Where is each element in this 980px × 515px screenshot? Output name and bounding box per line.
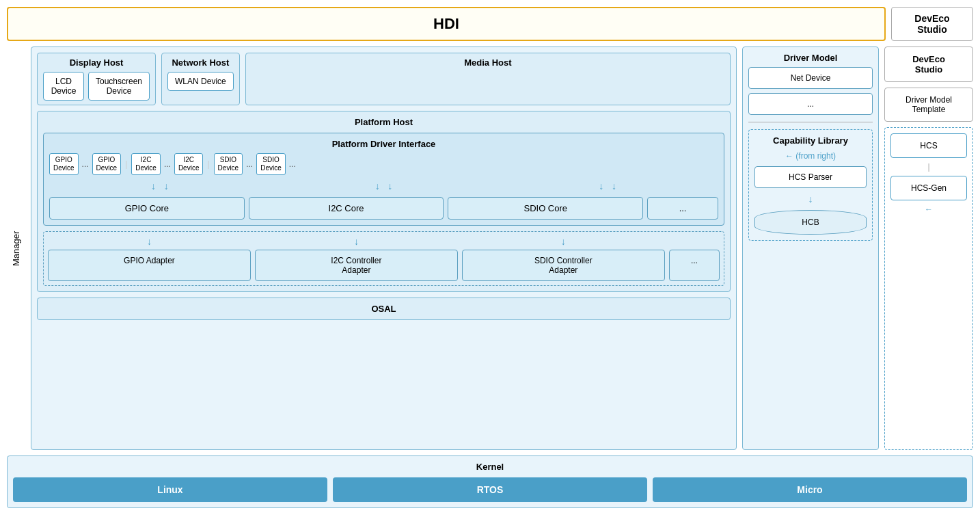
i2c-adapter-box: I2C Controller Adapter	[255, 250, 458, 281]
cap-incoming-arrow: ← (from right)	[754, 151, 867, 161]
driver-model-section: Driver Model Net Device ...	[748, 53, 873, 115]
core-row: GPIO Core I2C Core SDIO Core ...	[49, 197, 718, 220]
adapter-dots-col: ...	[669, 236, 720, 281]
net-device-box: Net Device	[748, 67, 873, 89]
gpio-core-box: GPIO Core	[49, 197, 245, 220]
driver-model-template-box: Driver ModelTemplate	[884, 88, 973, 122]
sdio-device-1: SDIO Device	[214, 153, 243, 175]
sdio-arrow: ↓ ↓	[497, 181, 718, 192]
i2c-adapter-col: ↓ I2C Controller Adapter	[255, 236, 458, 281]
diagram-container: HDI DevEco Studio Manager Display Host L…	[7, 7, 973, 508]
gpio-device-group: GPIO Device ... GPIO Device	[49, 153, 121, 175]
left-panel: Display Host LCD Device Touchscreen Devi…	[31, 47, 737, 450]
right-panel: Driver Model Net Device ... Capability L…	[742, 47, 879, 450]
hcs-parser-arrow: ↓	[754, 194, 867, 204]
i2c-dots-1: ...	[163, 157, 172, 172]
adapter-dots-arrow	[669, 236, 720, 247]
hcs-parser-box: HCS Parser	[754, 166, 867, 188]
gpio-adapter-box: GPIO Adapter	[48, 250, 251, 281]
i2c-arrow: ↓ ↓	[273, 181, 495, 192]
sdio-adapter-col: ↓ SDIO Controller Adapter	[462, 236, 665, 281]
hcb-label: HCB	[802, 217, 819, 227]
sdio-dots-2: ...	[288, 157, 297, 172]
display-host-label: Display Host	[43, 57, 150, 68]
i2c-adapter-arrow: ↓	[255, 236, 458, 247]
osal-bar: OSAL	[37, 298, 731, 320]
hcs-dashed-area: HCS | HCS-Gen ←	[884, 127, 973, 450]
core-dots-box: ...	[647, 197, 718, 220]
deveco-label: DevEco Studio	[914, 13, 949, 35]
kernel-boxes-row: Linux RTOS Micro	[13, 477, 967, 502]
deveco-studio-box: DevEco Studio	[891, 7, 973, 41]
gpio-device-1: GPIO Device	[49, 153, 79, 175]
hcs-gen-box: HCS-Gen	[890, 176, 967, 200]
hcs-box: HCS	[890, 133, 967, 158]
micro-box: Micro	[653, 477, 967, 502]
network-device-row: WLAN Device	[167, 72, 234, 91]
main-row: Manager Display Host LCD Device Touchscr…	[7, 47, 973, 450]
sdio-adapter-box: SDIO Controller Adapter	[462, 250, 665, 281]
sdio-adapter-arrow: ↓	[462, 236, 665, 247]
hdi-label: HDI	[433, 15, 459, 33]
capability-library-section: Capability Library ← (from right) HCS Pa…	[748, 129, 873, 241]
driver-model-dots: ...	[748, 93, 873, 115]
adapter-dots-box: ...	[669, 250, 720, 281]
hcb-cylinder: HCB	[754, 210, 867, 235]
pdi-devices-row: GPIO Device ... GPIO Device | I2C Device…	[49, 153, 718, 175]
pdi-label: Platform Driver Interface	[49, 139, 718, 149]
gpio-dots-1: ...	[81, 157, 90, 172]
network-host-section: Network Host WLAN Device	[161, 53, 240, 105]
gpio-arrow: ↓ ↓	[49, 181, 271, 192]
wlan-device-box: WLAN Device	[167, 72, 234, 91]
linux-box: Linux	[13, 477, 327, 502]
kernel-section: Kernel Linux RTOS Micro	[7, 455, 973, 508]
lcd-device-box: LCD Device	[43, 72, 84, 101]
device-arrows-row: ↓ ↓ ↓ ↓ ↓ ↓	[49, 179, 718, 193]
network-host-label: Network Host	[167, 57, 234, 68]
right-divider	[748, 122, 873, 122]
deveco-top-box: DevEcoStudio	[884, 47, 973, 82]
display-host-section: Display Host LCD Device Touchscreen Devi…	[37, 53, 156, 105]
i2c-sdio-sep: |	[206, 157, 210, 172]
i2c-core-box: I2C Core	[249, 197, 444, 220]
display-device-row: LCD Device Touchscreen Device	[43, 72, 150, 101]
i2c-device-group: I2C Device ... I2C Device	[131, 153, 203, 175]
sdio-device-2: SDIO Device	[256, 153, 286, 175]
gpio-adapter-col: ↓ GPIO Adapter	[48, 236, 251, 281]
platform-host-section: Platform Host Platform Driver Interface …	[37, 111, 731, 292]
sdio-core-box: SDIO Core	[448, 197, 643, 220]
pdi-box: Platform Driver Interface GPIO Device ..…	[43, 133, 724, 226]
media-host-section: Media Host	[245, 53, 731, 105]
top-row: HDI DevEco Studio	[7, 7, 973, 41]
gpio-device-2: GPIO Device	[92, 153, 122, 175]
far-right-panel: DevEcoStudio Driver ModelTemplate HCS | …	[884, 47, 973, 450]
adapter-row: ↓ GPIO Adapter ↓ I2C Controller Adapter …	[43, 231, 724, 286]
hdi-box: HDI	[7, 7, 886, 41]
platform-host-label: Platform Host	[43, 117, 724, 127]
driver-model-label: Driver Model	[748, 53, 873, 63]
sdio-device-group: SDIO Device ... SDIO Device ...	[214, 153, 297, 175]
media-host-label: Media Host	[251, 57, 724, 68]
sdio-dots-1: ...	[245, 157, 254, 172]
hcsgen-hcb-arrow: ←	[890, 204, 967, 214]
touchscreen-device-box: Touchscreen Device	[88, 72, 150, 101]
manager-label: Manager	[7, 47, 25, 450]
gpio-adapter-arrow: ↓	[48, 236, 251, 247]
i2c-device-2: I2C Device	[174, 153, 204, 175]
i2c-device-1: I2C Device	[131, 153, 161, 175]
capability-label: Capability Library	[754, 135, 867, 146]
kernel-label: Kernel	[13, 462, 967, 472]
rtos-box: RTOS	[333, 477, 647, 502]
gpio-i2c-sep: |	[124, 157, 128, 172]
hcs-separator: |	[890, 162, 967, 172]
host-row: Display Host LCD Device Touchscreen Devi…	[37, 53, 731, 105]
